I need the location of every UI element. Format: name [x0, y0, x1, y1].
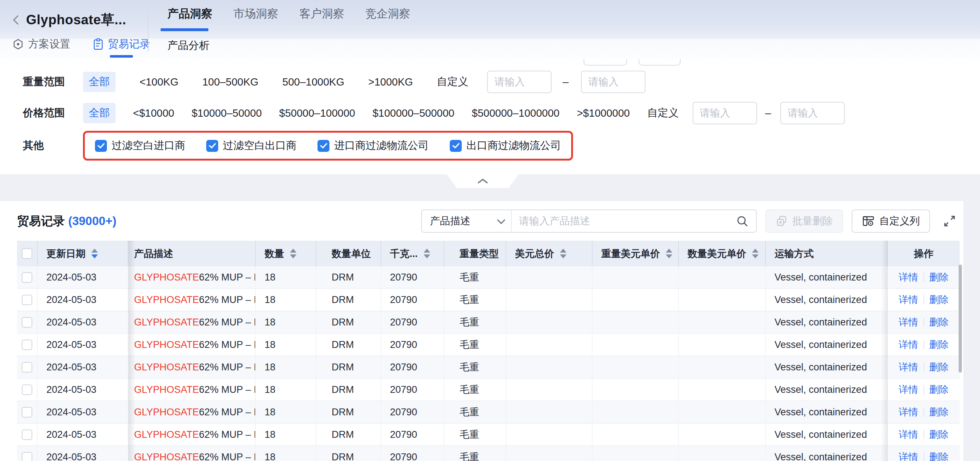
checkbox-checked-icon[interactable] [318, 140, 329, 152]
weight-option-all[interactable]: 全部 [83, 72, 116, 92]
weight-option-gt1000[interactable]: >1000KG [368, 76, 413, 88]
row-checkbox[interactable] [17, 379, 38, 401]
clipped-button-right[interactable] [639, 59, 681, 65]
row-checkbox[interactable] [17, 266, 38, 288]
weight-option-500-1000[interactable]: 500–1000KG [282, 76, 344, 88]
row-checkbox[interactable] [17, 334, 38, 356]
price-to-input[interactable] [780, 102, 845, 124]
price-option-10000-50000[interactable]: $10000–50000 [192, 107, 262, 119]
cell-quantity: 18 [256, 424, 317, 445]
weight-from-input[interactable] [487, 71, 552, 93]
checkbox-filter-blank-importer[interactable]: 过滤空白进口商 [95, 138, 185, 153]
detail-link[interactable]: 详情 [899, 450, 918, 461]
cell-actions: 详情 删除 [888, 311, 960, 333]
detail-link[interactable]: 详情 [899, 383, 918, 396]
detail-link[interactable]: 详情 [899, 405, 918, 419]
delete-link[interactable]: 删除 [929, 271, 949, 284]
cell-quantity-unit: DRM [317, 424, 381, 445]
detail-link[interactable]: 详情 [899, 428, 918, 441]
price-option-gt1000000[interactable]: >$1000000 [577, 107, 630, 119]
column-header-usd-per-qty[interactable]: 数量美元单价 [679, 241, 766, 266]
weight-option-100-500[interactable]: 100–500KG [202, 76, 258, 88]
column-header-usd-total[interactable]: 美元总价 [506, 241, 593, 266]
sidebar-item-scheme-settings[interactable]: 方案设置 [12, 37, 70, 51]
checkbox-exporter-filter-logistics[interactable]: 出口商过滤物流公司 [450, 138, 561, 153]
column-header-quantity-unit[interactable]: 数量单位 [317, 241, 381, 266]
tab-product-analysis[interactable]: 产品分析 [167, 38, 210, 53]
search-input[interactable] [519, 215, 736, 227]
sort-icons[interactable] [560, 249, 566, 258]
table-row: 2024-05-03 GLYPHOSATE 62% MUP – I... 18 … [17, 379, 960, 401]
search-icon[interactable] [736, 215, 749, 227]
checkbox-checked-icon[interactable] [450, 140, 462, 152]
column-header-weight-type[interactable]: 重量类型 [444, 241, 506, 266]
cell-product-desc: GLYPHOSATE 62% MUP – I... [128, 446, 256, 461]
detail-link[interactable]: 详情 [899, 271, 918, 284]
weight-option-lt100[interactable]: <100KG [140, 76, 178, 88]
sidebar-item-trade-records[interactable]: 贸易记录 [93, 37, 150, 51]
checkbox-checked-icon[interactable] [95, 140, 107, 152]
row-checkbox[interactable] [17, 289, 38, 311]
sort-icons[interactable] [666, 249, 672, 258]
price-option-50000-100000[interactable]: $50000–100000 [279, 107, 355, 119]
sort-icons[interactable] [752, 249, 759, 258]
detail-link[interactable]: 详情 [899, 338, 918, 351]
price-option-all[interactable]: 全部 [83, 103, 116, 123]
select-all-checkbox[interactable] [17, 241, 38, 266]
row-checkbox[interactable] [17, 446, 38, 461]
row-checkbox[interactable] [17, 424, 38, 445]
scheme-settings-icon [12, 38, 24, 50]
fullscreen-expand-icon[interactable] [942, 213, 958, 229]
collapse-filter-handle[interactable] [447, 174, 519, 188]
delete-link[interactable]: 删除 [929, 361, 949, 374]
column-header-quantity[interactable]: 数量 [256, 241, 317, 266]
row-checkbox[interactable] [17, 356, 38, 378]
back-chevron-icon[interactable] [11, 13, 21, 27]
tab-market-insight[interactable]: 市场洞察 [234, 6, 278, 21]
cell-kg: 20790 [381, 379, 444, 401]
column-header-kg[interactable]: 千克... [381, 241, 444, 266]
checkbox-checked-icon[interactable] [206, 140, 218, 152]
price-option-500000-1000000[interactable]: $500000–1000000 [472, 107, 560, 119]
checkbox-importer-filter-logistics[interactable]: 进口商过滤物流公司 [318, 138, 429, 153]
price-option-100000-500000[interactable]: $100000–500000 [372, 107, 455, 119]
tab-competitor-insight[interactable]: 竞企洞察 [365, 6, 410, 21]
delete-link[interactable]: 删除 [929, 293, 949, 306]
search-field-select[interactable]: 产品描述 [422, 210, 512, 232]
weight-to-input[interactable] [581, 71, 646, 93]
table-row: 2024-05-03 GLYPHOSATE 62% MUP – I... 18 … [17, 289, 960, 311]
delete-link[interactable]: 删除 [929, 405, 949, 419]
row-checkbox[interactable] [17, 311, 38, 333]
column-header-update-date[interactable]: 更新日期 [38, 241, 128, 266]
column-header-usd-per-weight[interactable]: 重量美元单价 [593, 241, 679, 266]
row-checkbox[interactable] [17, 401, 38, 423]
price-option-lt10000[interactable]: <$10000 [133, 107, 174, 119]
batch-delete-button[interactable]: 批量删除 [765, 210, 843, 233]
price-from-input[interactable] [693, 102, 757, 124]
sort-icons[interactable] [91, 249, 98, 258]
tab-product-insight[interactable]: 产品洞察 [167, 6, 212, 21]
vertical-scrollbar-thumb[interactable] [959, 265, 962, 373]
cell-usd-total [506, 401, 593, 423]
sort-icons[interactable] [290, 249, 296, 258]
tabs-separator-line [160, 29, 980, 30]
sort-icons[interactable] [424, 249, 430, 258]
column-header-transport[interactable]: 运输方式 [766, 241, 888, 266]
detail-link[interactable]: 详情 [899, 316, 918, 329]
cell-usd-per-weight [593, 446, 679, 461]
delete-link[interactable]: 删除 [929, 428, 949, 441]
delete-link[interactable]: 删除 [929, 316, 949, 329]
delete-link[interactable]: 删除 [929, 450, 949, 461]
batch-delete-icon [776, 215, 788, 227]
checkbox-filter-blank-exporter[interactable]: 过滤空白出口商 [206, 138, 296, 153]
clipped-button-left[interactable] [584, 59, 627, 65]
cell-kg: 20790 [381, 311, 444, 333]
detail-link[interactable]: 详情 [899, 293, 918, 306]
cell-product-desc: GLYPHOSATE 62% MUP – I... [128, 311, 256, 333]
column-header-product-desc[interactable]: 产品描述 [128, 241, 256, 266]
detail-link[interactable]: 详情 [899, 361, 918, 374]
custom-columns-button[interactable]: 自定义列 [852, 210, 930, 233]
tab-customer-insight[interactable]: 客户洞察 [299, 6, 344, 21]
delete-link[interactable]: 删除 [929, 338, 949, 351]
delete-link[interactable]: 删除 [929, 383, 949, 396]
